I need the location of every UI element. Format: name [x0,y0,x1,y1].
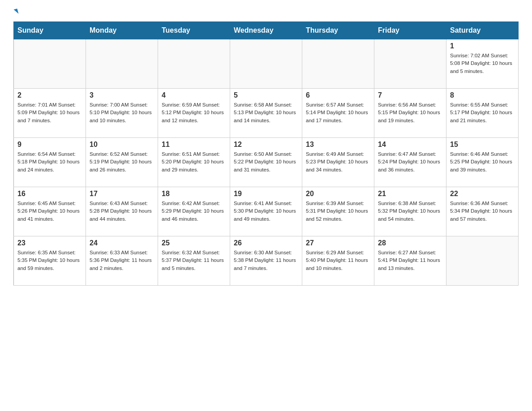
calendar-cell: 19Sunrise: 6:41 AM Sunset: 5:30 PM Dayli… [230,187,302,236]
calendar-cell: 22Sunrise: 6:36 AM Sunset: 5:34 PM Dayli… [446,187,519,236]
calendar-cell: 6Sunrise: 6:57 AM Sunset: 5:14 PM Daylig… [302,89,374,138]
day-number: 12 [234,141,298,149]
day-info: Sunrise: 6:27 AM Sunset: 5:41 PM Dayligh… [378,249,442,272]
week-row-5: 23Sunrise: 6:35 AM Sunset: 5:35 PM Dayli… [14,236,519,286]
calendar-cell: 15Sunrise: 6:46 AM Sunset: 5:25 PM Dayli… [446,138,519,187]
calendar-cell: 17Sunrise: 6:43 AM Sunset: 5:28 PM Dayli… [86,187,158,236]
day-number: 8 [450,91,515,99]
day-info: Sunrise: 6:47 AM Sunset: 5:24 PM Dayligh… [378,150,442,174]
week-row-3: 9Sunrise: 6:54 AM Sunset: 5:18 PM Daylig… [14,138,519,187]
logo [13,9,18,14]
calendar-cell: 10Sunrise: 6:52 AM Sunset: 5:19 PM Dayli… [86,138,158,187]
day-number: 22 [450,190,515,198]
day-number: 26 [234,239,298,247]
day-info: Sunrise: 6:35 AM Sunset: 5:35 PM Dayligh… [17,249,82,272]
calendar-cell: 11Sunrise: 6:51 AM Sunset: 5:20 PM Dayli… [158,138,230,187]
calendar-cell: 1Sunrise: 7:02 AM Sunset: 5:08 PM Daylig… [446,39,519,89]
week-row-1: 1Sunrise: 7:02 AM Sunset: 5:08 PM Daylig… [14,39,519,89]
day-number: 18 [162,190,226,198]
day-header-saturday: Saturday [446,22,519,39]
day-info: Sunrise: 6:59 AM Sunset: 5:12 PM Dayligh… [162,101,226,124]
calendar-cell: 2Sunrise: 7:01 AM Sunset: 5:09 PM Daylig… [14,89,86,138]
calendar-cell: 27Sunrise: 6:29 AM Sunset: 5:40 PM Dayli… [302,236,374,286]
calendar-cell: 16Sunrise: 6:45 AM Sunset: 5:26 PM Dayli… [14,187,86,236]
calendar-table: SundayMondayTuesdayWednesdayThursdayFrid… [13,21,519,286]
day-info: Sunrise: 6:32 AM Sunset: 5:37 PM Dayligh… [162,249,226,272]
calendar-cell: 5Sunrise: 6:58 AM Sunset: 5:13 PM Daylig… [230,89,302,138]
day-info: Sunrise: 6:42 AM Sunset: 5:29 PM Dayligh… [162,200,226,223]
day-header-monday: Monday [86,22,158,39]
day-number: 25 [162,239,226,247]
day-number: 11 [162,141,226,149]
calendar-cell: 24Sunrise: 6:33 AM Sunset: 5:36 PM Dayli… [86,236,158,286]
day-number: 23 [17,239,82,247]
calendar-cell: 14Sunrise: 6:47 AM Sunset: 5:24 PM Dayli… [374,138,446,187]
page-header [13,9,519,14]
day-info: Sunrise: 6:29 AM Sunset: 5:40 PM Dayligh… [306,249,370,272]
calendar-cell: 18Sunrise: 6:42 AM Sunset: 5:29 PM Dayli… [158,187,230,236]
day-info: Sunrise: 6:55 AM Sunset: 5:17 PM Dayligh… [450,101,515,124]
day-number: 2 [17,91,82,99]
day-info: Sunrise: 6:50 AM Sunset: 5:22 PM Dayligh… [234,150,298,174]
day-info: Sunrise: 6:58 AM Sunset: 5:13 PM Dayligh… [234,101,298,124]
week-row-2: 2Sunrise: 7:01 AM Sunset: 5:09 PM Daylig… [14,89,519,138]
day-number: 24 [90,239,154,247]
day-number: 20 [306,190,370,198]
day-info: Sunrise: 6:38 AM Sunset: 5:32 PM Dayligh… [378,200,442,223]
day-info: Sunrise: 7:01 AM Sunset: 5:09 PM Dayligh… [17,101,82,124]
calendar-cell: 20Sunrise: 6:39 AM Sunset: 5:31 PM Dayli… [302,187,374,236]
calendar-cell [86,39,158,89]
day-number: 16 [17,190,82,198]
day-info: Sunrise: 6:45 AM Sunset: 5:26 PM Dayligh… [17,200,82,223]
day-header-wednesday: Wednesday [230,22,302,39]
calendar-cell: 3Sunrise: 7:00 AM Sunset: 5:10 PM Daylig… [86,89,158,138]
day-number: 19 [234,190,298,198]
calendar-cell: 12Sunrise: 6:50 AM Sunset: 5:22 PM Dayli… [230,138,302,187]
day-info: Sunrise: 6:49 AM Sunset: 5:23 PM Dayligh… [306,150,370,174]
day-number: 14 [378,141,442,149]
day-number: 10 [90,141,154,149]
calendar-cell: 7Sunrise: 6:56 AM Sunset: 5:15 PM Daylig… [374,89,446,138]
day-number: 17 [90,190,154,198]
day-number: 7 [378,91,442,99]
calendar-cell: 25Sunrise: 6:32 AM Sunset: 5:37 PM Dayli… [158,236,230,286]
calendar-cell: 26Sunrise: 6:30 AM Sunset: 5:38 PM Dayli… [230,236,302,286]
day-number: 27 [306,239,370,247]
calendar-cell [14,39,86,89]
day-info: Sunrise: 7:00 AM Sunset: 5:10 PM Dayligh… [90,101,154,124]
day-info: Sunrise: 6:56 AM Sunset: 5:15 PM Dayligh… [378,101,442,124]
day-number: 21 [378,190,442,198]
day-info: Sunrise: 6:46 AM Sunset: 5:25 PM Dayligh… [450,150,515,174]
calendar-cell: 23Sunrise: 6:35 AM Sunset: 5:35 PM Dayli… [14,236,86,286]
day-info: Sunrise: 6:57 AM Sunset: 5:14 PM Dayligh… [306,101,370,124]
calendar-cell: 4Sunrise: 6:59 AM Sunset: 5:12 PM Daylig… [158,89,230,138]
day-info: Sunrise: 6:52 AM Sunset: 5:19 PM Dayligh… [90,150,154,174]
day-number: 4 [162,91,226,99]
day-info: Sunrise: 6:51 AM Sunset: 5:20 PM Dayligh… [162,150,226,174]
calendar-cell [302,39,374,89]
day-number: 13 [306,141,370,149]
day-number: 15 [450,141,515,149]
day-info: Sunrise: 7:02 AM Sunset: 5:08 PM Dayligh… [450,52,515,75]
day-number: 28 [378,239,442,247]
calendar-cell [230,39,302,89]
calendar-cell [446,236,519,286]
day-number: 6 [306,91,370,99]
day-number: 9 [17,141,82,149]
calendar-cell [158,39,230,89]
calendar-cell: 28Sunrise: 6:27 AM Sunset: 5:41 PM Dayli… [374,236,446,286]
day-number: 1 [450,42,515,50]
calendar-cell: 9Sunrise: 6:54 AM Sunset: 5:18 PM Daylig… [14,138,86,187]
day-info: Sunrise: 6:54 AM Sunset: 5:18 PM Dayligh… [17,150,82,174]
calendar-cell: 21Sunrise: 6:38 AM Sunset: 5:32 PM Dayli… [374,187,446,236]
day-info: Sunrise: 6:36 AM Sunset: 5:34 PM Dayligh… [450,200,515,223]
day-header-thursday: Thursday [302,22,374,39]
week-row-4: 16Sunrise: 6:45 AM Sunset: 5:26 PM Dayli… [14,187,519,236]
day-info: Sunrise: 6:43 AM Sunset: 5:28 PM Dayligh… [90,200,154,223]
day-header-tuesday: Tuesday [158,22,230,39]
calendar-cell [374,39,446,89]
day-number: 3 [90,91,154,99]
calendar-cell: 13Sunrise: 6:49 AM Sunset: 5:23 PM Dayli… [302,138,374,187]
calendar-header-row: SundayMondayTuesdayWednesdayThursdayFrid… [14,22,519,39]
day-number: 5 [234,91,298,99]
